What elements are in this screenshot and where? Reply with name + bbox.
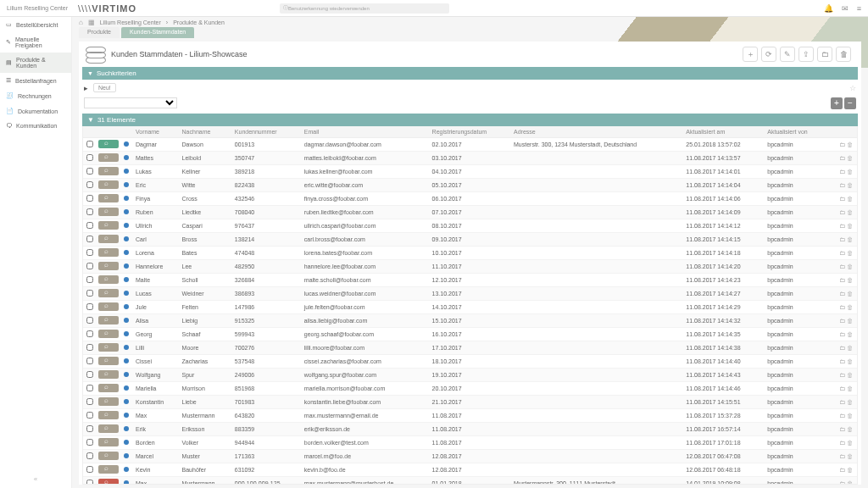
row-checkbox[interactable] <box>86 236 93 242</box>
row-delete-icon[interactable]: 🗑 <box>847 236 854 242</box>
row-badge[interactable] <box>98 397 119 406</box>
row-open-icon[interactable]: 🗀 <box>839 413 846 419</box>
table-row[interactable]: MaxMustermann643820max.mustermann@email.… <box>83 409 857 423</box>
row-checkbox[interactable] <box>86 385 93 391</box>
row-checkbox[interactable] <box>86 195 93 202</box>
add-button[interactable]: ＋ <box>743 47 758 62</box>
row-badge[interactable] <box>98 357 119 365</box>
row-badge[interactable] <box>98 289 119 297</box>
row-delete-icon[interactable]: 🗑 <box>847 304 854 310</box>
table-row[interactable]: KonstantinLiebe701983konstantin.liebe@fo… <box>83 396 857 409</box>
favorite-icon[interactable]: ☆ <box>849 84 856 92</box>
row-checkbox[interactable] <box>86 168 93 175</box>
filter-caret[interactable]: ▸ <box>84 84 88 92</box>
row-badge[interactable] <box>98 316 119 324</box>
row-open-icon[interactable]: 🗀 <box>839 304 846 310</box>
row-checkbox[interactable] <box>86 263 93 269</box>
row-checkbox[interactable] <box>86 154 93 161</box>
table-row[interactable]: MaxMustermann000-100-009-125max.musterma… <box>83 477 857 485</box>
tab-1[interactable]: Kunden-Stammdaten <box>121 27 194 38</box>
row-delete-icon[interactable]: 🗑 <box>847 467 854 473</box>
table-row[interactable]: RubenLiedtke708040ruben.liedtke@foobar.c… <box>83 206 857 219</box>
row-delete-icon[interactable]: 🗑 <box>847 182 854 188</box>
row-open-icon[interactable]: 🗀 <box>839 155 846 161</box>
new-filter-button[interactable]: Neu! <box>93 83 116 92</box>
table-row[interactable]: UllrichCaspari976437ullrich.caspari@foob… <box>83 219 857 233</box>
row-open-icon[interactable]: 🗀 <box>839 196 846 202</box>
row-delete-icon[interactable]: 🗑 <box>847 250 854 256</box>
row-open-icon[interactable]: 🗀 <box>839 440 846 446</box>
row-checkbox[interactable] <box>86 303 93 310</box>
row-open-icon[interactable]: 🗀 <box>839 236 846 242</box>
row-badge[interactable] <box>98 330 119 338</box>
edit-button[interactable]: ✎ <box>780 47 795 62</box>
row-badge[interactable] <box>98 194 119 202</box>
row-open-icon[interactable]: 🗀 <box>839 182 846 188</box>
col-9[interactable]: Aktualisiert am <box>682 126 764 138</box>
row-checkbox[interactable] <box>86 452 93 459</box>
row-delete-icon[interactable]: 🗑 <box>847 358 854 364</box>
row-open-icon[interactable]: 🗀 <box>839 385 846 391</box>
row-open-icon[interactable]: 🗀 <box>839 453 846 459</box>
row-delete-icon[interactable]: 🗑 <box>847 141 854 147</box>
mail-icon[interactable]: ✉ <box>842 4 849 13</box>
row-badge[interactable] <box>98 221 119 230</box>
table-row[interactable]: HanneloreLee482950hannelore.lee@foobar.c… <box>83 260 857 274</box>
row-delete-icon[interactable]: 🗑 <box>847 223 854 229</box>
table-row[interactable]: KevinBauhöfer631092kevin.b@foo.de12.08.2… <box>83 463 857 477</box>
table-row[interactable]: EricWitte822438eric.witte@foobar.com05.1… <box>83 179 857 192</box>
crumb-0[interactable]: Lilium Reselling Center <box>100 19 161 25</box>
row-checkbox[interactable] <box>86 222 93 229</box>
filter-remove-button[interactable]: − <box>844 97 856 109</box>
sidebar-item-3[interactable]: ☰Bestellanfragen <box>0 73 71 88</box>
row-delete-icon[interactable]: 🗑 <box>847 169 854 175</box>
row-open-icon[interactable]: 🗀 <box>839 291 846 297</box>
table-row[interactable]: LucasWeidner386893lucas.weidner@foobar.c… <box>83 287 857 301</box>
row-checkbox[interactable] <box>86 181 93 188</box>
sidebar-item-2[interactable]: ▤Produkte & Kunden <box>0 53 71 73</box>
row-checkbox[interactable] <box>86 249 93 256</box>
bell-icon[interactable]: 🔔 <box>824 4 833 13</box>
sidebar-collapse[interactable]: « <box>0 475 71 483</box>
row-delete-icon[interactable]: 🗑 <box>847 155 854 161</box>
row-checkbox[interactable] <box>86 344 93 351</box>
row-delete-icon[interactable]: 🗑 <box>847 440 854 446</box>
table-row[interactable]: MarcelMuster171363marcel.m@foo.de12.08.2… <box>83 450 857 463</box>
row-checkbox[interactable] <box>86 480 93 485</box>
table-row[interactable]: FinyaCross432546finya.cross@foobar.com06… <box>83 192 857 206</box>
crumb-1[interactable]: Produkte & Kunden <box>173 19 225 25</box>
row-badge[interactable] <box>98 438 119 446</box>
row-open-icon[interactable]: 🗀 <box>839 318 846 324</box>
row-badge[interactable] <box>98 262 119 270</box>
table-row[interactable]: MariellaMorrison851968mariella.morrison@… <box>83 382 857 396</box>
delete-button[interactable]: 🗑 <box>836 47 851 62</box>
row-delete-icon[interactable]: 🗑 <box>847 399 854 405</box>
row-checkbox[interactable] <box>86 208 93 215</box>
row-checkbox[interactable] <box>86 317 93 324</box>
refresh-button[interactable]: ⟳ <box>761 47 776 62</box>
row-delete-icon[interactable]: 🗑 <box>847 426 854 432</box>
row-delete-icon[interactable]: 🗑 <box>847 385 854 391</box>
row-delete-icon[interactable]: 🗑 <box>847 291 854 297</box>
row-badge[interactable] <box>98 302 119 311</box>
col-3[interactable]: Vorname <box>132 126 179 138</box>
sidebar-item-1[interactable]: ✎Manuelle Freigaben <box>0 32 71 53</box>
row-badge[interactable] <box>98 248 119 257</box>
col-2[interactable] <box>120 126 132 138</box>
row-checkbox[interactable] <box>86 412 93 419</box>
table-row[interactable]: AlisaLiebig915325alisa.liebig@foobar.com… <box>83 314 857 328</box>
col-5[interactable]: Kundennummer <box>231 126 301 138</box>
filter-add-button[interactable]: + <box>831 97 843 109</box>
row-badge[interactable] <box>98 424 119 433</box>
row-open-icon[interactable]: 🗀 <box>839 277 846 283</box>
row-checkbox[interactable] <box>86 276 93 283</box>
row-delete-icon[interactable]: 🗑 <box>847 196 854 202</box>
row-checkbox[interactable] <box>86 466 93 473</box>
col-7[interactable]: Registrierungsdatum <box>429 126 510 138</box>
row-open-icon[interactable]: 🗀 <box>839 399 846 405</box>
row-checkbox[interactable] <box>86 398 93 405</box>
row-checkbox[interactable] <box>86 290 93 297</box>
row-badge[interactable] <box>98 452 119 460</box>
col-0[interactable] <box>83 126 97 138</box>
grid-header[interactable]: ▼31 Elemente <box>82 114 858 126</box>
